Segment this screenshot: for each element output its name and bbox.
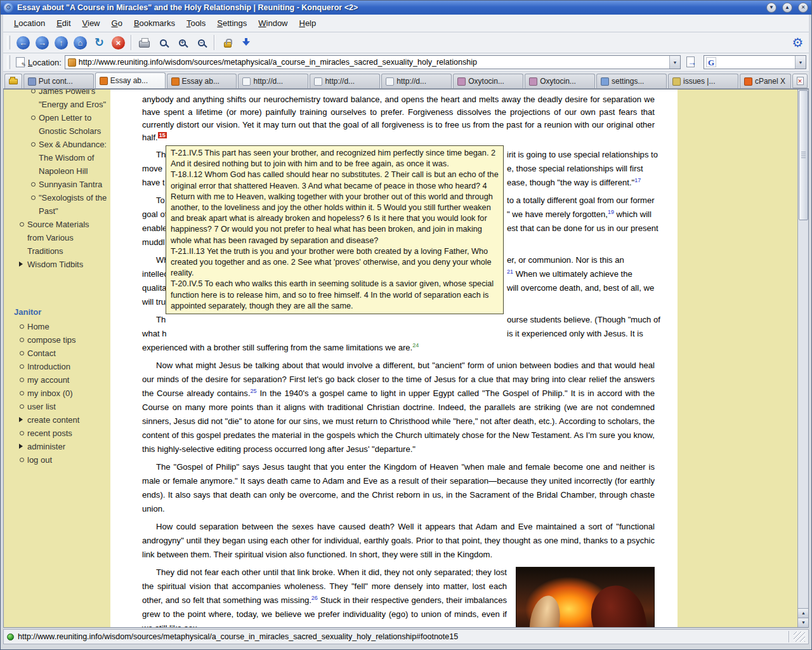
tab-http-1[interactable]: http://d... <box>238 74 308 88</box>
tab-favicon <box>529 77 537 86</box>
arrow-down-icon: ▼ <box>801 620 806 625</box>
toolbar-separator <box>131 35 132 50</box>
footnote-link-25[interactable]: 25 <box>251 388 257 394</box>
tab-list-button[interactable] <box>4 74 22 88</box>
url-dropdown-button[interactable]: ▼ <box>669 56 680 69</box>
sidebar-item-introduction[interactable]: Introduction <box>19 360 107 373</box>
menu-bookmarks[interactable]: Bookmarks <box>128 16 181 30</box>
forward-button[interactable]: → <box>34 34 51 51</box>
tab-label: http://d... <box>253 77 283 86</box>
tab-http-3[interactable]: http://d... <box>381 74 452 88</box>
scrollbar-thumb[interactable] <box>799 90 808 220</box>
tab-essay-active[interactable]: Essay ab... <box>95 72 166 88</box>
menubar: Location Edit View Go Bookmarks Tools Se… <box>3 15 809 32</box>
tab-label: cPanel X <box>755 77 785 86</box>
sidebar-item-sex-abundance[interactable]: Sex & Abundance: The Wisdom of Napoleon … <box>30 138 108 178</box>
security-button[interactable] <box>219 34 236 51</box>
sidebar-item-home[interactable]: Home <box>19 320 107 333</box>
footnote-link-19[interactable]: 19 <box>608 209 614 215</box>
footnote-link-21[interactable]: 21 <box>507 269 513 275</box>
tab-label: http://d... <box>396 77 426 86</box>
sidebar-item-source-materials[interactable]: Source Materials from Various Traditions <box>19 218 107 258</box>
clear-location-button[interactable] <box>16 57 25 67</box>
toolbar-separator <box>214 35 215 50</box>
tab-put-content[interactable]: Put cont... <box>23 74 94 88</box>
download-icon <box>242 38 251 48</box>
konqueror-icon[interactable]: ⚙ <box>4 3 13 13</box>
search-dropdown-button[interactable]: ▼ <box>795 56 806 69</box>
url-combobox[interactable]: http://www.reuniting.info/wisdom/sources… <box>65 55 681 69</box>
sidebar-item-contact[interactable]: Contact <box>19 347 107 360</box>
tab-favicon <box>314 77 322 86</box>
tab-oxytocin-2[interactable]: Oxytocin... <box>525 74 595 88</box>
sidebar-item-sunnyasin-tantra[interactable]: Sunnyasin Tantra <box>30 178 108 191</box>
vertical-scrollbar[interactable]: ▲ ▼ <box>797 90 808 627</box>
sidebar-item-my-inbox[interactable]: my inbox (0) <box>19 387 107 400</box>
footnote-link-15[interactable]: 15 <box>158 132 167 138</box>
up-button[interactable]: ↑ <box>53 34 70 51</box>
tab-essay-2[interactable]: Essay ab... <box>167 74 237 88</box>
up-icon: ↑ <box>55 36 68 50</box>
minimize-button[interactable]: ▼ <box>766 3 776 13</box>
tab-cpanel[interactable]: cPanel X <box>740 74 791 88</box>
menu-edit[interactable]: Edit <box>51 16 76 30</box>
footnote-link-17[interactable]: 17 <box>634 177 641 183</box>
menu-settings[interactable]: Settings <box>211 16 252 30</box>
scroll-down-button[interactable]: ▼ <box>798 618 809 627</box>
tab-oxytocin-1[interactable]: Oxytocin... <box>453 74 523 88</box>
download-button[interactable] <box>238 34 255 51</box>
sidebar-item-compose-tips[interactable]: compose tips <box>19 333 107 347</box>
url-favicon <box>68 58 76 67</box>
main-toolbar: ← → ↑ ⌂ ↻ × + − ⚙ <box>3 32 809 53</box>
url-input[interactable]: http://www.reuniting.info/wisdom/sources… <box>79 58 669 67</box>
sidebar-item-administer[interactable]: administer <box>19 440 107 453</box>
sidebar-item-sexologists[interactable]: "Sexologists of the Past" <box>30 191 108 218</box>
close-button[interactable]: ✕ <box>798 3 808 13</box>
tab-favicon <box>386 77 394 86</box>
location-toolbar-handle[interactable] <box>7 55 10 69</box>
go-button[interactable]: → <box>684 55 700 70</box>
sidebar-item-james-powell[interactable]: James Powell's "Energy and Eros" <box>30 90 108 111</box>
menu-help[interactable]: Help <box>294 16 322 30</box>
zoom-in-button[interactable]: + <box>174 34 191 51</box>
tab-settings[interactable]: settings... <box>596 74 667 88</box>
resize-grip[interactable] <box>794 632 805 642</box>
sidebar-item-recent-posts[interactable]: recent posts <box>19 427 107 440</box>
folder-icon <box>9 79 18 84</box>
sidebar-item-log-out[interactable]: log out <box>19 453 107 467</box>
janitor-nav-list: Home compose tips Contact Introduction m… <box>13 320 108 467</box>
reload-button[interactable]: ↻ <box>91 34 108 51</box>
find-button[interactable] <box>155 34 172 51</box>
zoom-out-button[interactable]: − <box>193 34 210 51</box>
tab-http-2[interactable]: http://d... <box>310 74 380 88</box>
menu-tools[interactable]: Tools <box>181 16 211 30</box>
scroll-up-button[interactable]: ▲ <box>798 608 809 618</box>
statusbar-separator <box>789 631 790 642</box>
tooltip-paragraph: T-20.IV.5 To each who walks this earth i… <box>171 279 499 312</box>
tab-label: settings... <box>612 77 644 86</box>
sidebar-item-my-account[interactable]: my account <box>19 373 107 387</box>
forward-icon: → <box>36 36 49 50</box>
menu-location[interactable]: Location <box>8 16 51 30</box>
close-tab-button[interactable]: ✕ <box>792 74 808 88</box>
home-button[interactable]: ⌂ <box>72 34 89 51</box>
menu-go[interactable]: Go <box>106 16 128 30</box>
toolbar-handle[interactable] <box>7 36 10 50</box>
google-search-field[interactable]: G ▼ <box>704 55 806 69</box>
tab-favicon <box>601 77 609 86</box>
tab-issues[interactable]: issues |... <box>668 74 738 88</box>
sidebar-item-user-list[interactable]: user list <box>19 400 107 413</box>
footnote-link-24[interactable]: 24 <box>412 342 419 348</box>
menu-window[interactable]: Window <box>252 16 293 30</box>
konqueror-window: ⚙ Essay about "A Course in Miracles" and… <box>0 0 812 650</box>
print-button[interactable] <box>136 34 153 51</box>
stop-button[interactable]: × <box>110 34 127 51</box>
sidebar-item-create-content[interactable]: create content <box>19 413 107 427</box>
back-button[interactable]: ← <box>15 34 32 51</box>
sidebar-item-open-letter[interactable]: Open Letter to Gnostic Scholars <box>30 111 108 138</box>
maximize-button[interactable]: ▲ <box>782 3 792 13</box>
footnote-link-26[interactable]: 26 <box>311 595 318 601</box>
sidebar-item-wisdom-tidbits[interactable]: Wisdom Tidbits <box>19 258 107 271</box>
titlebar[interactable]: ⚙ Essay about "A Course in Miracles" and… <box>1 1 811 15</box>
menu-view[interactable]: View <box>77 16 106 30</box>
